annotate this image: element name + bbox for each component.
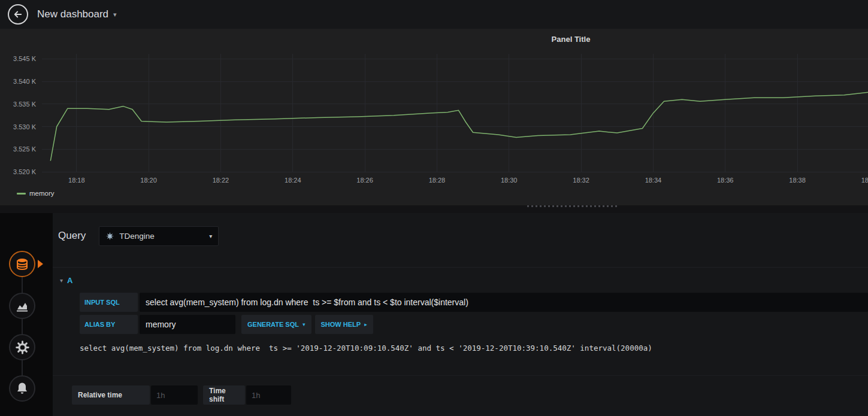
svg-text:3.520 K: 3.520 K — [13, 168, 37, 175]
database-icon — [15, 257, 29, 271]
tab-general[interactable] — [9, 334, 35, 360]
active-tab-arrow-icon — [38, 260, 43, 268]
svg-text:18:36: 18:36 — [717, 177, 734, 184]
grafana-edit-screen: New dashboard ▾ Panel Title 3.545 K3.540… — [0, 0, 868, 416]
svg-text:18:34: 18:34 — [645, 177, 662, 184]
tab-alert[interactable] — [9, 375, 35, 402]
alias-by-field[interactable] — [140, 315, 235, 334]
svg-text:18:30: 18:30 — [501, 177, 518, 184]
alias-by-label: ALIAS BY — [80, 315, 138, 334]
graph-icon — [15, 299, 29, 313]
chevron-down-icon[interactable]: ▾ — [113, 11, 117, 19]
input-sql-row: INPUT SQL — [80, 293, 868, 312]
datasource-name: TDengine — [119, 232, 209, 241]
back-button[interactable] — [8, 4, 28, 25]
relative-time-field[interactable] — [151, 385, 198, 405]
time-options-row: Relative time Time shift — [72, 385, 868, 405]
top-navbar: New dashboard ▾ — [0, 0, 868, 29]
svg-text:18:26: 18:26 — [356, 177, 373, 184]
panel-editor: Query TDengine ▾ ▾ A INPUT — [0, 213, 868, 416]
alias-by-row: ALIAS BY GENERATE SQL ▾ SHOW HELP ▸ — [80, 315, 868, 334]
svg-text:3.540 K: 3.540 K — [13, 78, 37, 85]
input-sql-field[interactable] — [140, 293, 868, 312]
query-ref-letter: A — [67, 276, 72, 285]
graph-panel: Panel Title 3.545 K3.540 K3.535 K3.530 K… — [0, 29, 868, 205]
chevron-down-icon: ▾ — [303, 321, 306, 327]
show-help-label: SHOW HELP — [321, 321, 361, 328]
svg-text:3.545 K: 3.545 K — [13, 55, 37, 62]
relative-time-label: Relative time — [72, 385, 150, 405]
gear-icon — [15, 340, 30, 355]
section-divider — [53, 267, 868, 268]
datasource-picker[interactable]: TDengine ▾ — [99, 226, 219, 246]
tab-visualization[interactable] — [9, 293, 35, 319]
svg-text:18:20: 18:20 — [140, 177, 157, 184]
input-sql-label: INPUT SQL — [80, 293, 138, 312]
show-help-button[interactable]: SHOW HELP ▸ — [315, 315, 373, 334]
time-series-chart[interactable]: 3.545 K3.540 K3.535 K3.530 K3.525 K3.520… — [0, 29, 868, 205]
svg-text:18:18: 18:18 — [68, 177, 85, 184]
svg-text:3.535 K: 3.535 K — [13, 101, 37, 108]
query-section-title: Query — [58, 230, 86, 242]
legend-item-memory[interactable]: memory — [17, 190, 55, 197]
arrow-left-icon — [13, 9, 23, 20]
chevron-down-icon: ▾ — [209, 233, 212, 239]
tab-queries[interactable] — [9, 251, 35, 277]
generate-sql-label: GENERATE SQL — [247, 321, 299, 328]
collapse-caret-icon: ▾ — [60, 277, 63, 284]
time-shift-label: Time shift — [203, 385, 245, 405]
svg-text:18:40: 18:40 — [861, 177, 868, 184]
tdengine-icon — [105, 232, 114, 241]
bell-icon — [15, 381, 29, 396]
horizontal-scrollbar-handle[interactable] — [526, 205, 617, 208]
svg-text:18:22: 18:22 — [213, 177, 229, 184]
time-options-section: Relative time Time shift — [53, 375, 868, 405]
dashboard-title[interactable]: New dashboard — [37, 8, 108, 20]
generated-sql-text: select avg(mem_system) from log.dn where… — [80, 344, 868, 353]
time-shift-field[interactable] — [246, 385, 291, 405]
svg-text:3.530 K: 3.530 K — [13, 123, 37, 130]
chevron-right-icon: ▸ — [364, 321, 367, 327]
svg-text:18:24: 18:24 — [285, 177, 301, 184]
svg-text:3.525 K: 3.525 K — [13, 145, 37, 153]
generate-sql-button[interactable]: GENERATE SQL ▾ — [241, 315, 311, 334]
svg-text:18:28: 18:28 — [429, 177, 446, 184]
svg-text:18:32: 18:32 — [573, 177, 589, 184]
query-form: INPUT SQL ALIAS BY GENERATE SQL ▾ SHOW H… — [53, 293, 868, 353]
legend-color-swatch — [17, 193, 26, 195]
svg-text:18:38: 18:38 — [789, 177, 806, 184]
legend-label: memory — [29, 190, 55, 197]
query-header: Query TDengine ▾ — [58, 225, 868, 247]
query-ref-toggle[interactable]: ▾ A — [60, 274, 868, 287]
editor-tab-sidebar — [0, 213, 53, 416]
query-editor-pane: Query TDengine ▾ ▾ A INPUT — [53, 213, 868, 416]
tab-connector-line — [22, 264, 23, 388]
